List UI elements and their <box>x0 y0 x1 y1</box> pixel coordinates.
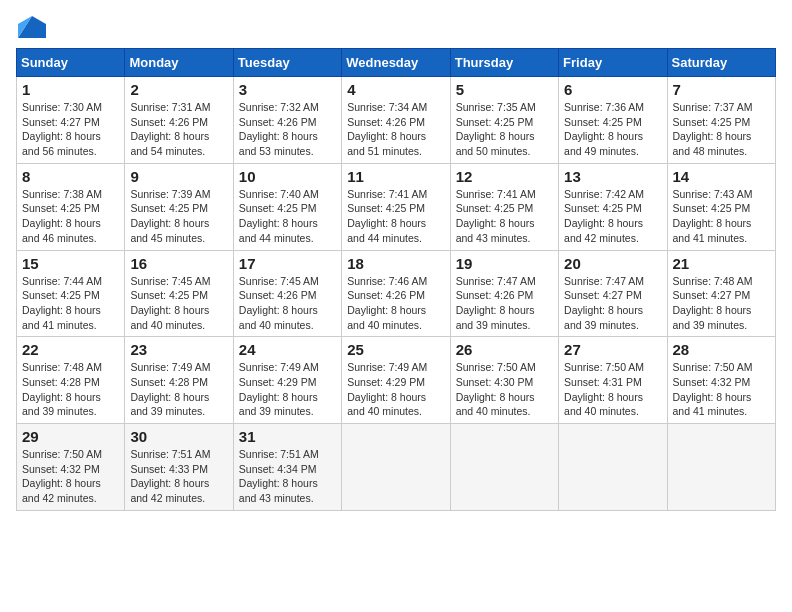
col-header-saturday: Saturday <box>667 49 775 77</box>
calendar-cell <box>342 424 450 511</box>
logo-icon <box>18 16 46 38</box>
calendar-cell: 23Sunrise: 7:49 AMSunset: 4:28 PMDayligh… <box>125 337 233 424</box>
calendar-cell: 17Sunrise: 7:45 AMSunset: 4:26 PMDayligh… <box>233 250 341 337</box>
day-number: 2 <box>130 81 227 98</box>
day-info: Sunrise: 7:49 AMSunset: 4:29 PMDaylight:… <box>347 360 444 419</box>
day-info: Sunrise: 7:37 AMSunset: 4:25 PMDaylight:… <box>673 100 770 159</box>
day-info: Sunrise: 7:50 AMSunset: 4:30 PMDaylight:… <box>456 360 553 419</box>
calendar-cell: 31Sunrise: 7:51 AMSunset: 4:34 PMDayligh… <box>233 424 341 511</box>
calendar-cell: 6Sunrise: 7:36 AMSunset: 4:25 PMDaylight… <box>559 77 667 164</box>
calendar-cell: 24Sunrise: 7:49 AMSunset: 4:29 PMDayligh… <box>233 337 341 424</box>
calendar-cell: 5Sunrise: 7:35 AMSunset: 4:25 PMDaylight… <box>450 77 558 164</box>
day-info: Sunrise: 7:41 AMSunset: 4:25 PMDaylight:… <box>456 187 553 246</box>
calendar-week-2: 8Sunrise: 7:38 AMSunset: 4:25 PMDaylight… <box>17 163 776 250</box>
day-number: 4 <box>347 81 444 98</box>
day-info: Sunrise: 7:50 AMSunset: 4:32 PMDaylight:… <box>22 447 119 506</box>
col-header-friday: Friday <box>559 49 667 77</box>
calendar-cell: 14Sunrise: 7:43 AMSunset: 4:25 PMDayligh… <box>667 163 775 250</box>
day-info: Sunrise: 7:51 AMSunset: 4:34 PMDaylight:… <box>239 447 336 506</box>
day-info: Sunrise: 7:46 AMSunset: 4:26 PMDaylight:… <box>347 274 444 333</box>
calendar-cell: 9Sunrise: 7:39 AMSunset: 4:25 PMDaylight… <box>125 163 233 250</box>
day-info: Sunrise: 7:48 AMSunset: 4:27 PMDaylight:… <box>673 274 770 333</box>
day-number: 21 <box>673 255 770 272</box>
day-info: Sunrise: 7:36 AMSunset: 4:25 PMDaylight:… <box>564 100 661 159</box>
logo <box>16 16 46 38</box>
day-info: Sunrise: 7:32 AMSunset: 4:26 PMDaylight:… <box>239 100 336 159</box>
day-number: 10 <box>239 168 336 185</box>
page-header <box>16 16 776 38</box>
day-number: 5 <box>456 81 553 98</box>
calendar-cell: 15Sunrise: 7:44 AMSunset: 4:25 PMDayligh… <box>17 250 125 337</box>
day-number: 9 <box>130 168 227 185</box>
calendar-cell: 25Sunrise: 7:49 AMSunset: 4:29 PMDayligh… <box>342 337 450 424</box>
calendar-cell: 16Sunrise: 7:45 AMSunset: 4:25 PMDayligh… <box>125 250 233 337</box>
day-number: 20 <box>564 255 661 272</box>
col-header-sunday: Sunday <box>17 49 125 77</box>
day-number: 29 <box>22 428 119 445</box>
day-info: Sunrise: 7:42 AMSunset: 4:25 PMDaylight:… <box>564 187 661 246</box>
calendar-cell: 19Sunrise: 7:47 AMSunset: 4:26 PMDayligh… <box>450 250 558 337</box>
day-info: Sunrise: 7:34 AMSunset: 4:26 PMDaylight:… <box>347 100 444 159</box>
calendar-cell: 22Sunrise: 7:48 AMSunset: 4:28 PMDayligh… <box>17 337 125 424</box>
day-number: 16 <box>130 255 227 272</box>
day-number: 24 <box>239 341 336 358</box>
calendar-cell: 27Sunrise: 7:50 AMSunset: 4:31 PMDayligh… <box>559 337 667 424</box>
calendar-week-3: 15Sunrise: 7:44 AMSunset: 4:25 PMDayligh… <box>17 250 776 337</box>
calendar-cell: 3Sunrise: 7:32 AMSunset: 4:26 PMDaylight… <box>233 77 341 164</box>
day-info: Sunrise: 7:38 AMSunset: 4:25 PMDaylight:… <box>22 187 119 246</box>
calendar-cell: 7Sunrise: 7:37 AMSunset: 4:25 PMDaylight… <box>667 77 775 164</box>
day-number: 25 <box>347 341 444 358</box>
calendar-cell: 8Sunrise: 7:38 AMSunset: 4:25 PMDaylight… <box>17 163 125 250</box>
day-info: Sunrise: 7:44 AMSunset: 4:25 PMDaylight:… <box>22 274 119 333</box>
calendar-week-1: 1Sunrise: 7:30 AMSunset: 4:27 PMDaylight… <box>17 77 776 164</box>
day-info: Sunrise: 7:50 AMSunset: 4:32 PMDaylight:… <box>673 360 770 419</box>
col-header-monday: Monday <box>125 49 233 77</box>
calendar-cell: 4Sunrise: 7:34 AMSunset: 4:26 PMDaylight… <box>342 77 450 164</box>
calendar-cell: 2Sunrise: 7:31 AMSunset: 4:26 PMDaylight… <box>125 77 233 164</box>
day-number: 26 <box>456 341 553 358</box>
day-number: 27 <box>564 341 661 358</box>
day-info: Sunrise: 7:51 AMSunset: 4:33 PMDaylight:… <box>130 447 227 506</box>
day-info: Sunrise: 7:50 AMSunset: 4:31 PMDaylight:… <box>564 360 661 419</box>
calendar-cell: 10Sunrise: 7:40 AMSunset: 4:25 PMDayligh… <box>233 163 341 250</box>
day-number: 8 <box>22 168 119 185</box>
day-number: 22 <box>22 341 119 358</box>
col-header-thursday: Thursday <box>450 49 558 77</box>
day-info: Sunrise: 7:47 AMSunset: 4:26 PMDaylight:… <box>456 274 553 333</box>
day-info: Sunrise: 7:43 AMSunset: 4:25 PMDaylight:… <box>673 187 770 246</box>
day-number: 17 <box>239 255 336 272</box>
day-info: Sunrise: 7:48 AMSunset: 4:28 PMDaylight:… <box>22 360 119 419</box>
day-number: 3 <box>239 81 336 98</box>
calendar-cell <box>450 424 558 511</box>
day-number: 31 <box>239 428 336 445</box>
day-number: 1 <box>22 81 119 98</box>
calendar-week-5: 29Sunrise: 7:50 AMSunset: 4:32 PMDayligh… <box>17 424 776 511</box>
calendar-cell: 11Sunrise: 7:41 AMSunset: 4:25 PMDayligh… <box>342 163 450 250</box>
day-number: 7 <box>673 81 770 98</box>
calendar-cell: 13Sunrise: 7:42 AMSunset: 4:25 PMDayligh… <box>559 163 667 250</box>
day-info: Sunrise: 7:40 AMSunset: 4:25 PMDaylight:… <box>239 187 336 246</box>
day-number: 13 <box>564 168 661 185</box>
day-number: 14 <box>673 168 770 185</box>
calendar-cell <box>559 424 667 511</box>
calendar-cell: 26Sunrise: 7:50 AMSunset: 4:30 PMDayligh… <box>450 337 558 424</box>
day-info: Sunrise: 7:41 AMSunset: 4:25 PMDaylight:… <box>347 187 444 246</box>
day-number: 6 <box>564 81 661 98</box>
day-number: 18 <box>347 255 444 272</box>
day-info: Sunrise: 7:49 AMSunset: 4:29 PMDaylight:… <box>239 360 336 419</box>
day-number: 30 <box>130 428 227 445</box>
calendar-week-4: 22Sunrise: 7:48 AMSunset: 4:28 PMDayligh… <box>17 337 776 424</box>
col-header-tuesday: Tuesday <box>233 49 341 77</box>
calendar-cell <box>667 424 775 511</box>
day-info: Sunrise: 7:35 AMSunset: 4:25 PMDaylight:… <box>456 100 553 159</box>
calendar-header-row: SundayMondayTuesdayWednesdayThursdayFrid… <box>17 49 776 77</box>
calendar-body: 1Sunrise: 7:30 AMSunset: 4:27 PMDaylight… <box>17 77 776 511</box>
calendar-table: SundayMondayTuesdayWednesdayThursdayFrid… <box>16 48 776 511</box>
day-info: Sunrise: 7:49 AMSunset: 4:28 PMDaylight:… <box>130 360 227 419</box>
day-info: Sunrise: 7:47 AMSunset: 4:27 PMDaylight:… <box>564 274 661 333</box>
day-number: 23 <box>130 341 227 358</box>
day-info: Sunrise: 7:31 AMSunset: 4:26 PMDaylight:… <box>130 100 227 159</box>
calendar-cell: 12Sunrise: 7:41 AMSunset: 4:25 PMDayligh… <box>450 163 558 250</box>
day-number: 19 <box>456 255 553 272</box>
calendar-cell: 20Sunrise: 7:47 AMSunset: 4:27 PMDayligh… <box>559 250 667 337</box>
